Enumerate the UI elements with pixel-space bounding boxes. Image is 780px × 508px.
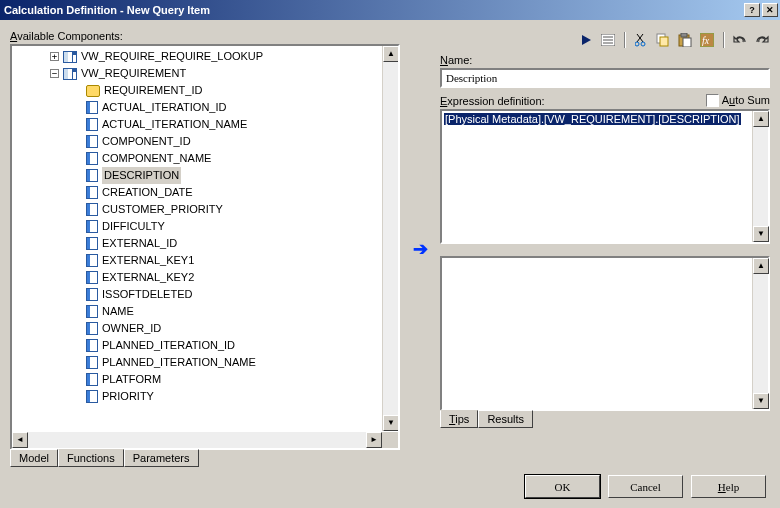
tree-column-item[interactable]: EXTERNAL_KEY1 [14, 252, 398, 269]
tab-model[interactable]: Model [10, 449, 58, 467]
tree-column-item[interactable]: ACTUAL_ITERATION_ID [14, 99, 398, 116]
column-icon [86, 152, 98, 165]
tree-column-item[interactable]: ISSOFTDELETED [14, 286, 398, 303]
tree-column-item[interactable]: DESCRIPTION [14, 167, 398, 184]
titlebar: Calculation Definition - New Query Item … [0, 0, 780, 20]
insert-arrow-icon[interactable]: ➔ [413, 238, 428, 260]
svg-point-8 [641, 42, 645, 46]
tab-parameters[interactable]: Parameters [124, 449, 199, 467]
tree-column-item[interactable]: ACTUAL_ITERATION_NAME [14, 116, 398, 133]
tree-column-item[interactable]: OWNER_ID [14, 320, 398, 337]
table-icon [63, 51, 77, 63]
scroll-left-button[interactable]: ◄ [12, 432, 28, 448]
autosum-checkbox[interactable]: Auto Sum [706, 94, 770, 107]
tree-column-item[interactable]: DIFFICULTY [14, 218, 398, 235]
tree-node-lookup[interactable]: + VW_REQUIRE_REQUIRE_LOOKUP [14, 48, 398, 65]
column-label: EXTERNAL_KEY2 [102, 269, 194, 286]
column-icon [86, 186, 98, 199]
column-icon [86, 203, 98, 216]
close-button[interactable]: ✕ [762, 3, 778, 17]
tree-column-item[interactable]: PLANNED_ITERATION_ID [14, 337, 398, 354]
column-label: REQUIREMENT_ID [104, 82, 202, 99]
svg-point-7 [635, 42, 639, 46]
column-label: DESCRIPTION [102, 167, 181, 184]
tree-column-item[interactable]: COMPONENT_NAME [14, 150, 398, 167]
cancel-button[interactable]: Cancel [608, 475, 683, 498]
column-icon [86, 237, 98, 250]
preview-panel: ▲ ▼ [440, 256, 770, 411]
tree-column-item[interactable]: CUSTOMER_PRIORITY [14, 201, 398, 218]
column-label: COMPONENT_NAME [102, 150, 211, 167]
horizontal-scrollbar[interactable]: ◄ ► [12, 432, 382, 448]
vertical-scrollbar[interactable]: ▲ ▼ [382, 46, 398, 431]
column-icon [86, 85, 100, 97]
list-icon[interactable] [600, 32, 616, 48]
paste-icon[interactable] [677, 32, 693, 48]
scroll-up-button[interactable]: ▲ [753, 111, 769, 127]
name-label: Name: [440, 54, 770, 66]
tree-column-item[interactable]: CREATION_DATE [14, 184, 398, 201]
tab-results[interactable]: Results [478, 410, 533, 428]
tree-node-requirement[interactable]: − VW_REQUIREMENT [14, 65, 398, 82]
tree-column-item[interactable]: PLATFORM [14, 371, 398, 388]
column-icon [86, 356, 98, 369]
svg-rect-10 [660, 37, 668, 46]
tree-column-item[interactable]: PRIORITY [14, 388, 398, 405]
column-icon [86, 118, 98, 131]
tab-functions[interactable]: Functions [58, 449, 124, 467]
undo-icon[interactable] [732, 32, 748, 48]
tree-column-item[interactable]: REQUIREMENT_ID [14, 82, 398, 99]
expression-editor[interactable]: [Physical Metadata].[VW_REQUIREMENT].[DE… [440, 109, 770, 244]
copy-icon[interactable] [655, 32, 671, 48]
expr-scrollbar[interactable]: ▲ ▼ [752, 111, 768, 242]
column-label: OWNER_ID [102, 320, 161, 337]
column-label: PLANNED_ITERATION_ID [102, 337, 235, 354]
tree-column-item[interactable]: EXTERNAL_ID [14, 235, 398, 252]
play-icon[interactable] [578, 32, 594, 48]
column-label: COMPONENT_ID [102, 133, 191, 150]
column-label: CREATION_DATE [102, 184, 193, 201]
column-icon [86, 339, 98, 352]
tree-column-item[interactable]: EXTERNAL_KEY2 [14, 269, 398, 286]
column-icon [86, 101, 98, 114]
ok-button[interactable]: OK [525, 475, 600, 498]
cut-icon[interactable] [633, 32, 649, 48]
tree-column-item[interactable]: PLANNED_ITERATION_NAME [14, 354, 398, 371]
help-button[interactable]: ? [744, 3, 760, 17]
scroll-up-button[interactable]: ▲ [383, 46, 399, 62]
scroll-up-button[interactable]: ▲ [753, 258, 769, 274]
window-title: Calculation Definition - New Query Item [4, 4, 742, 16]
name-field[interactable] [440, 68, 770, 88]
tree-view[interactable]: + VW_REQUIRE_REQUIRE_LOOKUP − VW_REQUIRE… [10, 44, 400, 450]
column-icon [86, 305, 98, 318]
column-label: EXTERNAL_KEY1 [102, 252, 194, 269]
svg-marker-0 [582, 35, 591, 45]
column-label: ISSOFTDELETED [102, 286, 192, 303]
fx-icon[interactable]: fx [699, 32, 715, 48]
preview-scrollbar[interactable]: ▲ ▼ [752, 258, 768, 409]
column-icon [86, 373, 98, 386]
redo-icon[interactable] [754, 32, 770, 48]
scroll-down-button[interactable]: ▼ [383, 415, 399, 431]
scroll-right-button[interactable]: ► [366, 432, 382, 448]
tab-tips[interactable]: Tips [440, 410, 478, 428]
collapse-icon[interactable]: − [50, 69, 59, 78]
toolbar: fx [440, 30, 770, 50]
scroll-down-button[interactable]: ▼ [753, 226, 769, 242]
scroll-down-button[interactable]: ▼ [753, 393, 769, 409]
column-label: ACTUAL_ITERATION_NAME [102, 116, 247, 133]
help-button[interactable]: Help [691, 475, 766, 498]
column-label: PRIORITY [102, 388, 154, 405]
expand-icon[interactable]: + [50, 52, 59, 61]
column-icon [86, 254, 98, 267]
column-icon [86, 390, 98, 403]
column-icon [86, 220, 98, 233]
column-label: DIFFICULTY [102, 218, 165, 235]
column-icon [86, 288, 98, 301]
column-icon [86, 271, 98, 284]
svg-rect-12 [681, 33, 687, 37]
table-icon [63, 68, 77, 80]
tree-column-item[interactable]: NAME [14, 303, 398, 320]
column-icon [86, 322, 98, 335]
tree-column-item[interactable]: COMPONENT_ID [14, 133, 398, 150]
